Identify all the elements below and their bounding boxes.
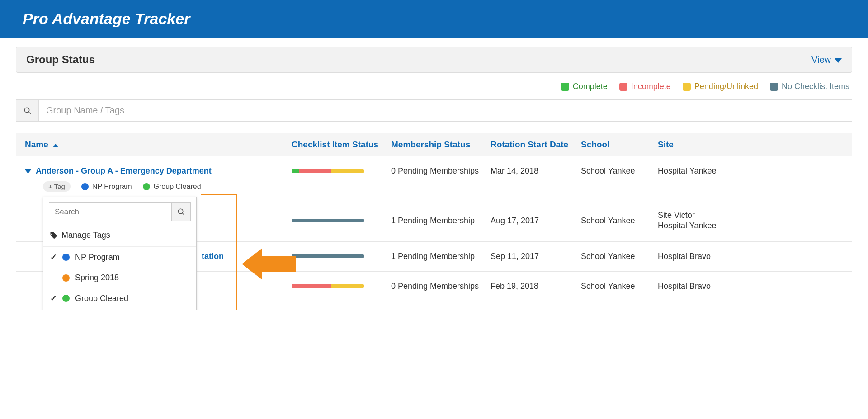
school-name: School Yankee: [581, 166, 658, 176]
membership-status: 1 Pending Membership: [391, 252, 491, 261]
status-segment: [299, 169, 331, 173]
app-title: Pro Advantage Tracker: [23, 10, 845, 28]
search-icon: [177, 208, 185, 216]
status-bar: [292, 219, 364, 222]
manage-tags-label: Manage Tags: [61, 231, 110, 240]
view-label: View: [811, 55, 831, 65]
check-icon: ✓: [50, 252, 57, 262]
col-membership[interactable]: Membership Status: [391, 140, 491, 150]
svg-line-3: [182, 213, 184, 215]
rotation-date: Mar 14, 2018: [491, 166, 581, 176]
search-icon: [24, 107, 32, 115]
search-input[interactable]: [39, 100, 852, 121]
swatch-incomplete: [619, 83, 627, 91]
legend-incomplete-label: Incomplete: [631, 82, 671, 91]
check-icon: ✓: [50, 293, 57, 303]
status-bar: [292, 284, 364, 288]
tag-option-label: Spring 2018: [75, 273, 119, 282]
school-name: School Yankee: [581, 216, 658, 226]
tag-dot-icon: [62, 274, 70, 282]
membership-status: 0 Pending Memberships: [391, 166, 491, 176]
tag-dropdown: Manage Tags ✓ NP Program Spring 2018 ✓ G…: [43, 197, 197, 310]
col-school[interactable]: School: [581, 140, 658, 150]
tag-icon: [50, 231, 58, 240]
tag-option-label: Group Cleared: [75, 294, 128, 303]
tag-search-button[interactable]: [171, 203, 190, 221]
membership-status: 0 Pending Memberships: [391, 282, 491, 291]
legend-pending-label: Pending/Unlinked: [694, 82, 758, 91]
membership-status: 1 Pending Membership: [391, 216, 491, 226]
tag-dot-icon: [143, 183, 150, 190]
legend-pending: Pending/Unlinked: [683, 82, 758, 91]
col-rotation[interactable]: Rotation Start Date: [491, 140, 581, 150]
tag-dot-icon: [62, 295, 70, 302]
col-name[interactable]: Name: [25, 140, 292, 150]
swatch-pending: [683, 83, 691, 91]
add-tag-button[interactable]: + Tag: [43, 181, 71, 192]
panel-title: Group Status: [26, 53, 95, 66]
site-name: Site VictorHospital Yankee: [658, 210, 730, 231]
swatch-complete: [561, 83, 569, 91]
svg-point-0: [24, 108, 29, 113]
group-table: Name Checklist Item Status Membership St…: [16, 133, 852, 301]
legend-none: No Checklist Items: [770, 82, 849, 91]
swatch-none: [770, 83, 778, 91]
group-name-text: tation: [202, 252, 224, 261]
status-bar: [292, 169, 364, 173]
status-segment: [292, 169, 299, 173]
sort-asc-icon: [51, 140, 58, 150]
table-header: Name Checklist Item Status Membership St…: [16, 133, 852, 156]
rotation-date: Sep 11, 2017: [491, 252, 581, 261]
status-legend: Complete Incomplete Pending/Unlinked No …: [16, 82, 852, 91]
rotation-date: Feb 19, 2018: [491, 282, 581, 291]
status-segment: [292, 219, 364, 222]
legend-complete: Complete: [561, 82, 608, 91]
status-segment: [292, 254, 364, 258]
status-segment: [331, 169, 364, 173]
col-checklist[interactable]: Checklist Item Status: [292, 140, 391, 150]
tag-search-input[interactable]: [49, 203, 171, 221]
legend-incomplete: Incomplete: [619, 82, 671, 91]
tag-chip[interactable]: Group Cleared: [143, 183, 201, 191]
group-name-link[interactable]: Anderson - Group A - Emergency Departmen…: [25, 166, 292, 176]
table-row: Anderson - Group A - Emergency Departmen…: [16, 156, 852, 180]
tag-option[interactable]: ✓ Group Cleared: [43, 288, 196, 309]
view-dropdown[interactable]: View: [811, 55, 842, 65]
status-segment: [331, 284, 364, 288]
tag-row: + Tag NP Program Group Cleared: [16, 180, 852, 200]
site-name: Hospital Yankee: [658, 166, 730, 176]
tag-option[interactable]: ✓ NP Program: [43, 247, 196, 268]
chevron-down-icon: [25, 166, 31, 176]
svg-point-2: [178, 209, 183, 214]
tag-chip[interactable]: NP Program: [81, 183, 132, 191]
main-container: Group Status View Complete Incomplete Pe…: [0, 38, 868, 310]
status-segment: [292, 284, 331, 288]
tag-label: Group Cleared: [154, 183, 201, 191]
school-name: School Yankee: [581, 282, 658, 291]
caret-down-icon: [835, 55, 842, 65]
tag-label: NP Program: [92, 183, 132, 191]
search-button[interactable]: [16, 100, 39, 121]
tag-dot-icon: [62, 254, 70, 261]
tag-dot-icon: [81, 183, 89, 190]
panel-header: Group Status View: [16, 47, 852, 73]
svg-line-1: [28, 112, 31, 114]
school-name: School Yankee: [581, 252, 658, 261]
rotation-date: Aug 17, 2017: [491, 216, 581, 226]
app-header: Pro Advantage Tracker: [0, 0, 868, 38]
group-name-text: Anderson - Group A - Emergency Departmen…: [36, 166, 212, 176]
col-site[interactable]: Site: [658, 140, 730, 150]
status-bar: [292, 254, 364, 258]
legend-none-label: No Checklist Items: [782, 82, 849, 91]
site-name: Hospital Bravo: [658, 252, 730, 261]
tag-dropdown-search: [49, 202, 191, 221]
tag-option-label: NP Program: [75, 253, 120, 262]
manage-tags-link[interactable]: Manage Tags: [43, 227, 196, 247]
legend-complete-label: Complete: [573, 82, 608, 91]
search-bar: [16, 99, 852, 122]
site-name: Hospital Bravo: [658, 282, 730, 291]
tag-option[interactable]: Spring 2018: [43, 268, 196, 288]
